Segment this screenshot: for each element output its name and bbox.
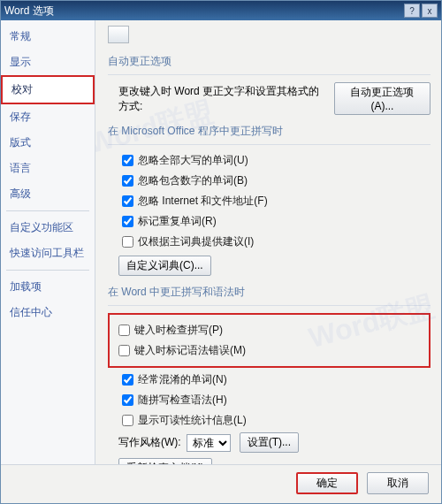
writing-style-select[interactable]: 标准 — [187, 434, 231, 452]
spellgrammar-opt-label-2: 显示可读性统计信息(L) — [138, 413, 247, 428]
window-title: Word 选项 — [4, 4, 54, 19]
recheck-document-button[interactable]: 重新检查文档(K) — [118, 458, 212, 464]
spellgrammar-opt-checkbox-0[interactable] — [122, 374, 133, 386]
office-opt-checkbox-2[interactable] — [122, 195, 133, 207]
sidebar-item-100[interactable]: 自定义功能区 — [1, 215, 95, 241]
title-bar: Word 选项 ? x — [1, 1, 441, 20]
spellcheck-opt-checkbox-1[interactable] — [118, 345, 130, 356]
sidebar-item-2[interactable]: 校对 — [1, 75, 95, 104]
category-sidebar: 常规显示校对保存版式语言高级 自定义功能区快速访问工具栏 加载项信任中心 — [1, 20, 95, 464]
office-opt-label-0: 忽略全部大写的单词(U) — [138, 153, 248, 168]
sidebar-item-101[interactable]: 快速访问工具栏 — [1, 241, 95, 266]
office-opt-checkbox-0[interactable] — [122, 155, 133, 166]
cancel-button[interactable]: 取消 — [367, 472, 429, 494]
ok-button[interactable]: 确定 — [296, 472, 358, 494]
spellgrammar-opt-checkbox-1[interactable] — [122, 394, 133, 406]
sidebar-item-6[interactable]: 高级 — [1, 181, 95, 207]
group-autocorrect: 自动更正选项 — [108, 49, 431, 75]
sidebar-item-5[interactable]: 语言 — [1, 156, 95, 181]
office-opt-label-1: 忽略包含数字的单词(B) — [138, 173, 248, 188]
office-opt-checkbox-1[interactable] — [122, 175, 133, 187]
header-icon — [108, 26, 129, 43]
content-panel: Word联盟 Word联盟 自动更正选项 更改键入时 Word 更正文字和设置其… — [95, 20, 441, 464]
dialog-buttons: 确定 取消 — [1, 464, 441, 503]
writing-style-settings-button[interactable]: 设置(T)... — [240, 432, 299, 453]
highlighted-spellcheck-options: 键入时检查拼写(P)键入时标记语法错误(M) — [108, 313, 431, 368]
sidebar-item-200[interactable]: 加载项 — [1, 274, 95, 300]
sidebar-item-201[interactable]: 信任中心 — [1, 300, 95, 325]
office-opt-checkbox-4[interactable] — [122, 236, 133, 248]
sidebar-item-3[interactable]: 保存 — [1, 104, 95, 130]
office-opt-label-3: 标记重复单词(R) — [138, 214, 217, 229]
office-opt-label-4: 仅根据主词典提供建议(I) — [138, 234, 254, 249]
spellgrammar-opt-checkbox-2[interactable] — [122, 415, 133, 426]
office-opt-label-2: 忽略 Internet 和文件地址(F) — [138, 194, 268, 209]
sidebar-item-4[interactable]: 版式 — [1, 130, 95, 156]
group-word-spelling: 在 Word 中更正拼写和语法时 — [108, 279, 431, 306]
word-options-dialog: Word 选项 ? x 常规显示校对保存版式语言高级 自定义功能区快速访问工具栏… — [0, 0, 442, 504]
spellcheck-opt-checkbox-0[interactable] — [118, 325, 130, 336]
office-opt-checkbox-3[interactable] — [122, 216, 133, 227]
sidebar-item-0[interactable]: 常规 — [1, 24, 95, 50]
spellgrammar-opt-label-1: 随拼写检查语法(H) — [138, 393, 227, 408]
writing-style-label: 写作风格(W): — [118, 435, 181, 450]
sidebar-item-1[interactable]: 显示 — [1, 50, 95, 75]
custom-dictionaries-button[interactable]: 自定义词典(C)... — [118, 256, 211, 276]
autocorrect-options-button[interactable]: 自动更正选项(A)... — [334, 82, 431, 115]
spellcheck-opt-label-0: 键入时检查拼写(P) — [134, 323, 223, 338]
spellgrammar-opt-label-0: 经常混淆的单词(N) — [138, 372, 227, 387]
autocorrect-text: 更改键入时 Word 更正文字和设置其格式的方式: — [118, 84, 327, 114]
close-button[interactable]: x — [422, 4, 438, 18]
help-button[interactable]: ? — [404, 4, 420, 18]
spellcheck-opt-label-1: 键入时标记语法错误(M) — [134, 343, 246, 358]
group-office-spelling: 在 Microsoft Office 程序中更正拼写时 — [108, 118, 431, 145]
